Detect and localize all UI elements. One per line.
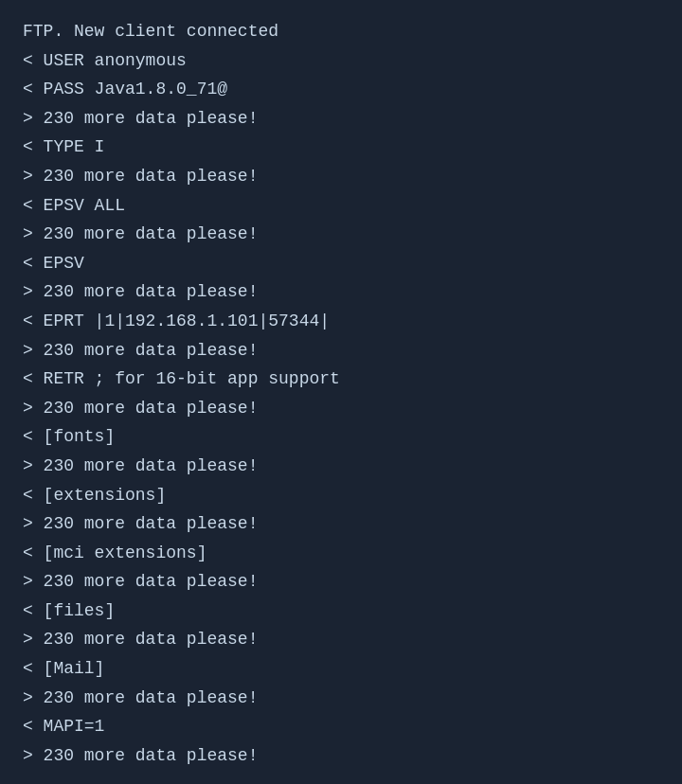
- terminal-line-10: < EPRT |1|192.168.1.101|57344|: [23, 307, 659, 336]
- terminal-line-24: < MAPI=1: [23, 712, 659, 741]
- terminal-line-15: > 230 more data please!: [23, 452, 659, 481]
- terminal-line-6: < EPSV ALL: [23, 191, 659, 221]
- terminal-line-19: > 230 more data please!: [23, 567, 659, 597]
- terminal-line-7: > 230 more data please!: [23, 220, 659, 249]
- terminal-line-25: > 230 more data please!: [23, 741, 659, 771]
- terminal-line-3: > 230 more data please!: [23, 104, 659, 134]
- terminal-line-20: < [files]: [23, 597, 659, 626]
- terminal-line-8: < EPSV: [23, 249, 659, 278]
- terminal-line-5: > 230 more data please!: [23, 162, 659, 191]
- terminal-line-16: < [extensions]: [23, 481, 659, 510]
- terminal-line-9: > 230 more data please!: [23, 277, 659, 307]
- terminal-line-23: > 230 more data please!: [23, 684, 659, 713]
- terminal-line-1: < USER anonymous: [23, 46, 659, 76]
- terminal-line-12: < RETR ; for 16-bit app support: [23, 365, 659, 394]
- terminal-line-4: < TYPE I: [23, 133, 659, 162]
- terminal-line-21: > 230 more data please!: [23, 625, 659, 654]
- terminal-line-18: < [mci extensions]: [23, 539, 659, 568]
- terminal-line-14: < [fonts]: [23, 422, 659, 452]
- terminal-line-0: FTP. New client connected: [23, 17, 659, 46]
- terminal-line-2: < PASS Java1.8.0_71@: [23, 75, 659, 104]
- terminal-line-13: > 230 more data please!: [23, 394, 659, 423]
- terminal-line-22: < [Mail]: [23, 654, 659, 684]
- terminal-line-11: > 230 more data please!: [23, 336, 659, 365]
- terminal-line-17: > 230 more data please!: [23, 509, 659, 539]
- terminal-output: FTP. New client connected< USER anonymou…: [23, 17, 659, 770]
